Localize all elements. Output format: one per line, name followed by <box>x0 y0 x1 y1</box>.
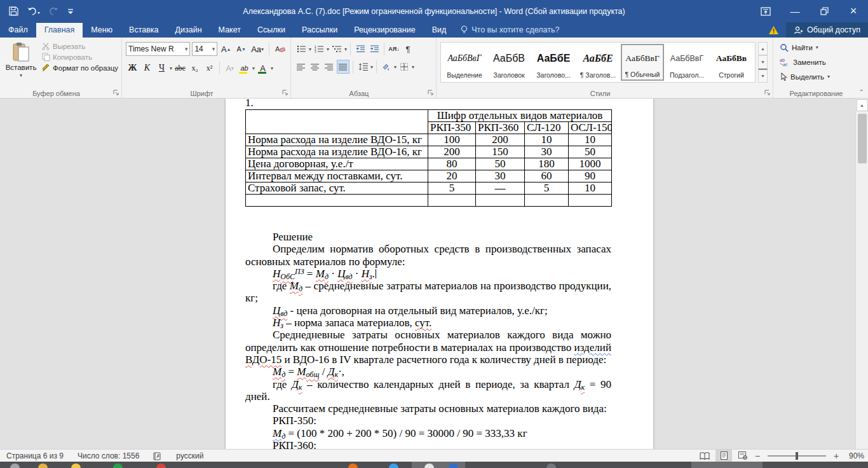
align-left-icon[interactable] <box>295 60 308 74</box>
doc-paragraph-10[interactable]: РКП-350: <box>245 415 611 427</box>
zoom-in-button[interactable]: + <box>832 451 840 461</box>
undo-icon[interactable] <box>27 7 40 16</box>
table-cell[interactable]: 5 <box>428 182 476 195</box>
style-card-1[interactable]: АаБбВЗаголовок <box>487 44 531 81</box>
taskbar-app-icon[interactable] <box>10 464 20 468</box>
doc-paragraph-2[interactable]: НОбСПЗ = Мд · Цвд · Нз. <box>245 268 611 280</box>
table-cell[interactable]: 5 <box>525 182 569 195</box>
table-column-header[interactable]: РКП-360 <box>476 122 525 134</box>
close-button[interactable]: × <box>839 0 868 22</box>
page-indicator[interactable]: Страница 6 из 9 <box>6 451 64 460</box>
scroll-up-arrow-icon[interactable]: ▲ <box>857 99 868 111</box>
select-button[interactable]: Выделить ▾ <box>780 69 865 84</box>
doc-paragraph-5[interactable]: Нз – норма запаса материалов, сут. <box>245 317 611 329</box>
font-color-dropdown-arrow[interactable]: ▾ <box>271 65 273 71</box>
find-button[interactable]: Найти ▾ <box>780 40 865 55</box>
minimize-button[interactable]: — <box>780 0 810 22</box>
taskbar[interactable] <box>0 462 868 468</box>
ribbon-tab-2[interactable]: Меню <box>83 23 121 38</box>
table-cell[interactable]: 100 <box>428 134 476 146</box>
styles-scroll-down-icon[interactable]: ▼ <box>758 55 768 69</box>
table-cell[interactable]: 90 <box>569 170 612 182</box>
ribbon-tab-9[interactable]: Вид <box>424 23 455 38</box>
table-column-header[interactable]: СЛ-120 <box>525 122 569 134</box>
highlight-color-button[interactable]: ab <box>238 61 251 75</box>
table-cell[interactable]: — <box>476 182 525 195</box>
doc-paragraph-4[interactable]: Цвд - цена договорная на отдельный вид м… <box>245 305 611 317</box>
table-header-span[interactable]: Шифр отдельных видов материалов <box>428 110 612 122</box>
align-right-icon[interactable] <box>323 60 336 74</box>
tell-me-box[interactable]: Что вы хотите сделать? <box>454 23 566 38</box>
sort-button[interactable]: АЯ↓ <box>388 42 400 56</box>
replace-button[interactable]: abac Заменить <box>780 55 865 69</box>
customize-quick-access-icon[interactable] <box>67 8 74 15</box>
taskbar-app-icon[interactable] <box>71 464 81 468</box>
style-card-5[interactable]: АаБбВвГПодзагол... <box>665 44 709 81</box>
table-cell[interactable] <box>569 195 612 207</box>
table-cell[interactable]: 50 <box>569 146 612 158</box>
table-cell[interactable]: 1000 <box>569 158 612 170</box>
table-cell[interactable] <box>525 195 569 207</box>
subscript-button[interactable]: x₂ <box>188 61 201 75</box>
font-name-combobox[interactable]: Times New R▾ <box>126 42 190 56</box>
grow-font-button[interactable]: А▲ <box>219 42 233 56</box>
underline-dropdown-arrow[interactable]: ▾ <box>170 65 172 71</box>
doc-paragraph-3[interactable]: где Мд – среднедневные затраты материало… <box>245 280 611 305</box>
borders-icon[interactable] <box>398 60 410 74</box>
highlight-dropdown-arrow[interactable]: ▾ <box>252 65 255 71</box>
paste-dropdown-arrow[interactable]: ▾ <box>20 72 22 78</box>
shrink-font-button[interactable]: А▼ <box>234 42 248 56</box>
table-cell[interactable]: 20 <box>428 170 476 182</box>
styles-gallery-more-icon[interactable]: ▼ <box>758 69 768 83</box>
ribbon-tab-1[interactable]: Главная <box>36 23 83 38</box>
multilevel-list-icon[interactable] <box>330 42 343 56</box>
ribbon-display-options-button[interactable] <box>751 0 780 22</box>
doc-paragraph-0[interactable]: Решение <box>245 231 611 243</box>
taskbar-app-icon[interactable] <box>424 464 434 468</box>
table-cell[interactable]: 200 <box>476 134 525 146</box>
taskbar-app-icon[interactable] <box>38 464 48 468</box>
doc-paragraph-1[interactable]: Определим норматив оборотных средств в п… <box>245 243 611 268</box>
text-effects-button[interactable]: А▾ <box>223 61 236 75</box>
doc-paragraph-11[interactable]: Мд = (100 * 200 + 200 * 50) / 90 = 30000… <box>245 427 611 439</box>
ribbon-tab-3[interactable]: Вставка <box>121 23 166 38</box>
align-center-icon[interactable] <box>309 60 322 74</box>
shading-icon[interactable] <box>380 60 393 74</box>
word-count[interactable]: Число слов: 1556 <box>78 451 139 460</box>
table-cell[interactable]: 150 <box>476 146 525 158</box>
numbered-list-icon[interactable]: 123 <box>313 42 325 56</box>
ribbon-tab-7[interactable]: Рассылки <box>294 23 346 38</box>
table-cell[interactable]: 10 <box>569 182 612 195</box>
ribbon-tab-4[interactable]: Дизайн <box>167 23 210 38</box>
collapse-ribbon-icon[interactable]: ⌃ <box>859 88 864 95</box>
table-cell[interactable] <box>246 110 428 134</box>
table-cell[interactable]: 60 <box>525 170 569 182</box>
table-cell[interactable]: 50 <box>476 158 525 170</box>
table-row-label[interactable] <box>246 195 428 207</box>
format-painter-button[interactable]: Формат по образцу <box>42 64 118 72</box>
style-card-2[interactable]: АаБбЕЗаголово... <box>532 44 575 81</box>
scrollbar-thumb[interactable] <box>858 114 867 163</box>
save-icon[interactable] <box>9 6 18 16</box>
clipboard-dialog-launcher-icon[interactable] <box>113 90 120 97</box>
table-column-header[interactable]: РКП-350 <box>428 122 476 134</box>
decrease-indent-icon[interactable] <box>354 42 367 56</box>
ribbon-tab-8[interactable]: Рецензирование <box>346 23 424 38</box>
style-card-6[interactable]: АаБбВвСтрогий <box>710 44 753 81</box>
redo-icon[interactable] <box>49 7 58 16</box>
print-layout-icon[interactable] <box>715 450 732 462</box>
paste-button[interactable]: Вставить ▾ <box>3 40 39 87</box>
taskbar-app-icon[interactable] <box>546 464 556 468</box>
taskbar-app-icon[interactable] <box>348 464 358 468</box>
copy-button[interactable]: Копировать <box>42 53 118 61</box>
italic-button[interactable]: К <box>140 61 154 75</box>
table-cell[interactable]: 10 <box>569 134 612 146</box>
clear-formatting-icon[interactable]: А <box>273 42 287 56</box>
taskbar-app-icon[interactable] <box>449 464 458 468</box>
table-cell[interactable]: 30 <box>476 170 525 182</box>
styles-dialog-launcher-icon[interactable] <box>764 90 771 97</box>
share-button[interactable]: Общий доступ <box>786 22 868 38</box>
zoom-out-button[interactable]: − <box>754 451 761 461</box>
cut-button[interactable]: Вырезать <box>42 43 118 50</box>
bold-button[interactable]: Ж <box>126 61 139 75</box>
